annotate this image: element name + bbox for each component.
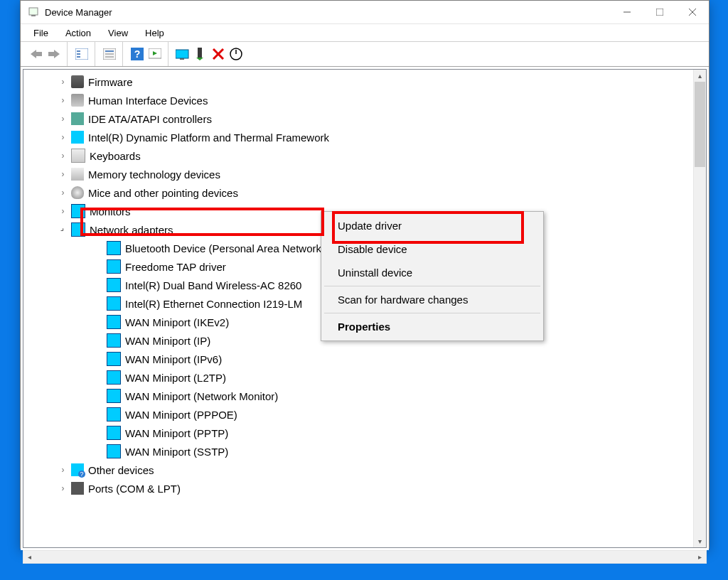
titlebar[interactable]: Device Manager xyxy=(21,1,709,24)
hid-icon xyxy=(71,94,84,107)
forward-button[interactable] xyxy=(46,45,63,63)
tree-label: Ports (COM & LPT) xyxy=(88,483,181,495)
monitor-icon xyxy=(71,204,85,218)
adapter-icon xyxy=(107,444,121,458)
help-button[interactable]: ? xyxy=(129,45,146,63)
category-mice[interactable]: ›Mice and other pointing devices xyxy=(23,183,693,202)
tree-label: Other devices xyxy=(88,464,154,476)
tree-label: Network adapters xyxy=(90,224,173,236)
device-wan-sstp[interactable]: WAN Miniport (SSTP) xyxy=(23,442,693,461)
context-update-driver[interactable]: Update driver xyxy=(323,214,541,237)
device-wan-pptp[interactable]: WAN Miniport (PPTP) xyxy=(23,424,693,442)
context-scan-hardware[interactable]: Scan for hardware changes xyxy=(323,288,541,311)
tree-label: Firmware xyxy=(88,76,133,88)
scan-hardware-button[interactable] xyxy=(146,45,164,63)
category-ide[interactable]: ›IDE ATA/ATAPI controllers xyxy=(23,109,693,128)
tree-label: Memory technology devices xyxy=(88,168,220,181)
chevron-right-icon: › xyxy=(58,151,68,161)
menu-separator xyxy=(324,286,540,286)
tree-label: Intel(R) Dynamic Platform and Thermal Fr… xyxy=(88,131,329,144)
tree-label: WAN Miniport (PPPOE) xyxy=(125,409,237,421)
enable-device-button[interactable] xyxy=(228,45,245,63)
svg-marker-7 xyxy=(48,50,60,58)
tree-label: Bluetooth Device (Personal Area Network) xyxy=(125,242,325,254)
svg-rect-11 xyxy=(77,56,80,58)
update-driver-button[interactable] xyxy=(174,45,191,63)
svg-marker-23 xyxy=(196,58,203,60)
mouse-icon xyxy=(71,186,84,199)
chevron-right-icon: › xyxy=(58,465,68,475)
category-ports[interactable]: ›Ports (COM & LPT) xyxy=(23,479,693,498)
memory-icon xyxy=(71,168,84,181)
adapter-icon xyxy=(107,333,121,348)
menu-action[interactable]: Action xyxy=(57,26,100,41)
scroll-right-icon[interactable]: ▸ xyxy=(694,551,706,563)
tree-label: WAN Miniport (IPv6) xyxy=(125,353,222,365)
uninstall-device-button[interactable] xyxy=(192,45,209,63)
chevron-right-icon: › xyxy=(58,95,68,105)
menu-separator xyxy=(324,313,540,313)
svg-rect-13 xyxy=(105,50,114,52)
svg-rect-3 xyxy=(656,9,663,16)
svg-rect-21 xyxy=(180,58,184,60)
device-wan-pppoe[interactable]: WAN Miniport (PPPOE) xyxy=(23,405,693,424)
scroll-up-icon[interactable]: ▴ xyxy=(694,70,706,82)
adapter-icon xyxy=(107,259,121,274)
minimize-button[interactable] xyxy=(611,1,643,23)
tree-label: WAN Miniport (IKEv2) xyxy=(125,316,229,328)
back-button[interactable] xyxy=(28,45,45,63)
adapter-icon xyxy=(107,278,121,292)
svg-rect-9 xyxy=(77,50,80,52)
tree-label: Freedome TAP driver xyxy=(125,261,226,273)
disable-device-button[interactable] xyxy=(210,45,227,63)
menu-file[interactable]: File xyxy=(25,26,57,41)
scroll-left-icon[interactable]: ◂ xyxy=(23,551,36,563)
tree-label: Monitors xyxy=(90,205,131,218)
properties-button[interactable] xyxy=(101,45,118,63)
device-wan-netmonitor[interactable]: WAN Miniport (Network Monitor) xyxy=(23,387,693,405)
svg-text:?: ? xyxy=(134,48,141,60)
ide-icon xyxy=(71,112,84,125)
context-properties[interactable]: Properties xyxy=(323,315,541,338)
context-disable-device[interactable]: Disable device xyxy=(323,237,541,261)
device-wan-l2tp[interactable]: WAN Miniport (L2TP) xyxy=(23,368,693,387)
horizontal-scrollbar[interactable]: ◂ ▸ xyxy=(23,550,707,564)
vertical-scrollbar[interactable]: ▴ ▾ xyxy=(693,70,706,547)
network-icon xyxy=(71,222,85,237)
context-uninstall-device[interactable]: Uninstall device xyxy=(323,261,541,284)
menu-help[interactable]: Help xyxy=(136,26,173,41)
close-button[interactable] xyxy=(676,1,709,23)
intel-icon xyxy=(71,131,84,144)
category-other-devices[interactable]: ›?Other devices xyxy=(23,461,693,479)
tree-label: Human Interface Devices xyxy=(88,95,208,107)
scroll-down-icon[interactable]: ▾ xyxy=(694,535,706,547)
adapter-icon xyxy=(107,296,121,311)
context-menu: Update driver Disable device Uninstall d… xyxy=(321,211,544,341)
category-intel-dptf[interactable]: ›Intel(R) Dynamic Platform and Thermal F… xyxy=(23,128,693,146)
svg-rect-0 xyxy=(29,8,38,15)
tree-label: WAN Miniport (Network Monitor) xyxy=(125,390,278,402)
chevron-right-icon: › xyxy=(58,77,68,87)
svg-rect-10 xyxy=(77,53,80,55)
menu-view[interactable]: View xyxy=(100,26,136,41)
svg-marker-6 xyxy=(31,50,42,58)
adapter-icon xyxy=(107,407,121,421)
adapter-icon xyxy=(107,315,121,329)
tree-label: IDE ATA/ATAPI controllers xyxy=(88,113,212,125)
tree-label: Mice and other pointing devices xyxy=(88,187,238,199)
other-devices-icon: ? xyxy=(71,463,84,476)
chevron-right-icon: › xyxy=(58,188,68,198)
category-firmware[interactable]: ›Firmware xyxy=(23,72,693,91)
device-wan-ipv6[interactable]: WAN Miniport (IPv6) xyxy=(23,350,693,368)
maximize-button[interactable] xyxy=(643,1,676,23)
show-hide-tree-button[interactable] xyxy=(73,45,90,63)
category-memory[interactable]: ›Memory technology devices xyxy=(23,165,693,183)
tree-label: WAN Miniport (PPTP) xyxy=(125,427,228,439)
category-keyboards[interactable]: ›Keyboards xyxy=(23,146,693,165)
category-hid[interactable]: ›Human Interface Devices xyxy=(23,91,693,109)
firmware-icon xyxy=(71,75,84,88)
svg-rect-20 xyxy=(176,50,188,58)
menubar: File Action View Help xyxy=(21,24,709,42)
tree-label: WAN Miniport (L2TP) xyxy=(125,372,226,384)
scrollbar-thumb[interactable] xyxy=(695,82,705,167)
